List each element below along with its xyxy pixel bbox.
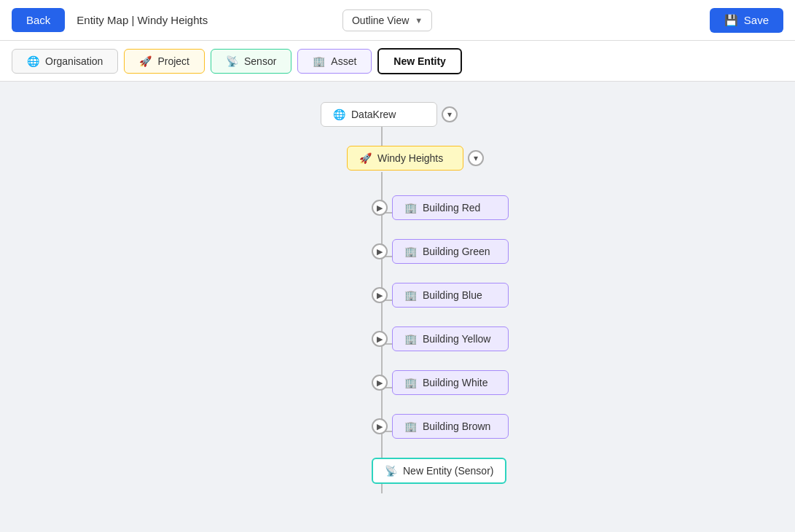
outline-view-select[interactable]: Outline View ▼	[342, 9, 432, 31]
asset-node-2[interactable]: 🏢 Building Blue	[392, 283, 509, 308]
save-button[interactable]: 💾 Save	[710, 8, 783, 33]
chevron-down-icon-2: ▾	[474, 153, 478, 163]
building-icon-4: 🏢	[404, 377, 417, 388]
rocket-icon: 🚀	[139, 55, 152, 67]
asset-row-5: ▶ 🏢 Building Brown	[372, 414, 509, 439]
asset-node-0[interactable]: 🏢 Building Red	[392, 195, 509, 220]
asset-1-toggle[interactable]: ▶	[372, 243, 388, 259]
asset-2-toggle[interactable]: ▶	[372, 287, 388, 303]
project-row: 🚀 Windy Heights ▾	[347, 146, 484, 171]
org-label: DataKrew	[351, 109, 396, 120]
canvas: 🌐 DataKrew ▾ 🚀 Windy Heights ▾ ▶ 🏢	[0, 82, 795, 532]
asset-3-toggle[interactable]: ▶	[372, 331, 388, 347]
building-icon-3: 🏢	[404, 333, 417, 345]
tab-organisation[interactable]: 🌐 Organisation	[12, 49, 118, 74]
sensor-new-node[interactable]: 📡 New Entity (Sensor)	[372, 458, 506, 484]
back-button[interactable]: Back	[12, 8, 65, 32]
play-icon: ▶	[377, 247, 383, 257]
asset-row-4: ▶ 🏢 Building White	[372, 370, 509, 395]
asset-4-toggle[interactable]: ▶	[372, 375, 388, 391]
project-node[interactable]: 🚀 Windy Heights	[347, 146, 463, 171]
antenna-icon-node: 📡	[385, 465, 397, 477]
org-node[interactable]: 🌐 DataKrew	[321, 102, 437, 127]
asset-row-3: ▶ 🏢 Building Yellow	[372, 326, 509, 351]
tabbar: 🌐 Organisation 🚀 Project 📡 Sensor 🏢 Asse…	[0, 41, 795, 82]
asset-node-1[interactable]: 🏢 Building Green	[392, 239, 509, 264]
play-icon: ▶	[377, 422, 383, 431]
building-icon-5: 🏢	[404, 420, 417, 432]
rocket-icon-node: 🚀	[359, 152, 372, 164]
asset-label-5: Building Brown	[423, 420, 490, 432]
asset-label-4: Building White	[423, 377, 488, 388]
sensor-new-label: New Entity (Sensor)	[403, 465, 493, 477]
asset-node-5[interactable]: 🏢 Building Brown	[392, 414, 509, 439]
play-icon: ▶	[377, 335, 383, 344]
play-icon: ▶	[377, 378, 383, 388]
chevron-down-icon: ▼	[415, 16, 423, 25]
tab-new-entity-label: New Entity	[393, 55, 446, 67]
asset-row-2: ▶ 🏢 Building Blue	[372, 283, 509, 308]
asset-0-toggle[interactable]: ▶	[372, 200, 388, 216]
chevron-down-icon: ▾	[447, 109, 452, 120]
building-icon-tab: 🏢	[313, 55, 325, 67]
tab-organisation-label: Organisation	[45, 55, 103, 67]
asset-node-4[interactable]: 🏢 Building White	[392, 370, 509, 395]
asset-row-0: ▶ 🏢 Building Red	[372, 195, 509, 220]
asset-label-3: Building Yellow	[423, 333, 490, 345]
tab-asset[interactable]: 🏢 Asset	[297, 49, 372, 74]
building-icon-2: 🏢	[404, 289, 417, 301]
sensor-new-row: 📡 New Entity (Sensor)	[372, 458, 506, 484]
tab-new-entity[interactable]: New Entity	[377, 48, 462, 74]
tab-project[interactable]: 🚀 Project	[124, 49, 205, 74]
tree-lines	[15, 96, 598, 532]
tab-sensor[interactable]: 📡 Sensor	[211, 49, 291, 74]
header: Back Entity Map | Windy Heights Outline …	[0, 0, 795, 41]
globe-icon: 🌐	[27, 55, 39, 67]
outline-view-label: Outline View	[352, 15, 409, 26]
antenna-icon: 📡	[226, 55, 238, 67]
project-toggle[interactable]: ▾	[468, 150, 484, 166]
org-row: 🌐 DataKrew ▾	[321, 102, 458, 127]
save-label: Save	[744, 14, 769, 26]
header-title: Entity Map | Windy Heights	[77, 14, 331, 26]
asset-label-0: Building Red	[423, 202, 480, 214]
save-icon: 💾	[724, 14, 738, 27]
play-icon: ▶	[377, 203, 383, 213]
org-toggle[interactable]: ▾	[442, 106, 458, 122]
asset-5-toggle[interactable]: ▶	[372, 418, 388, 434]
tab-asset-label: Asset	[331, 55, 356, 67]
asset-node-3[interactable]: 🏢 Building Yellow	[392, 326, 509, 351]
asset-label-2: Building Blue	[423, 289, 482, 301]
globe-icon-node: 🌐	[333, 109, 345, 120]
asset-row-1: ▶ 🏢 Building Green	[372, 239, 509, 264]
tab-project-label: Project	[157, 55, 189, 67]
asset-label-1: Building Green	[423, 246, 490, 257]
building-icon-0: 🏢	[404, 202, 417, 214]
project-label: Windy Heights	[377, 152, 443, 164]
play-icon: ▶	[377, 291, 383, 300]
building-icon-1: 🏢	[404, 246, 417, 257]
tab-sensor-label: Sensor	[244, 55, 276, 67]
